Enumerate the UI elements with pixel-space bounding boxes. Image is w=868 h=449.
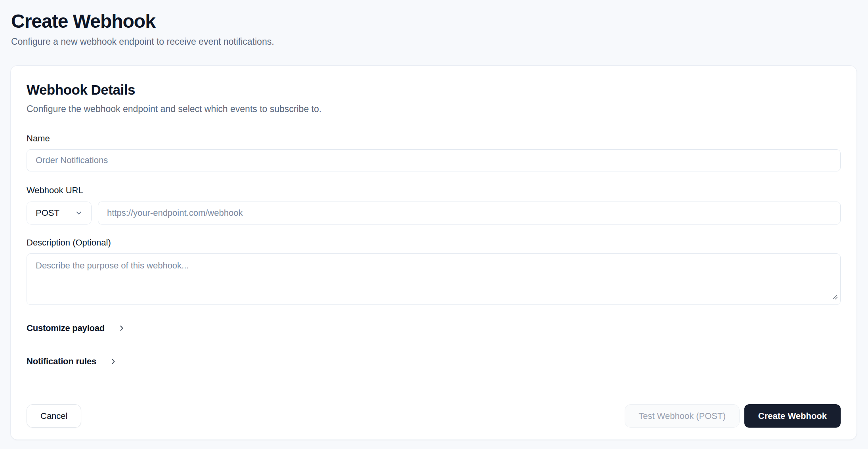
page-header: Create Webhook Configure a new webhook e… (0, 0, 868, 48)
test-webhook-button[interactable]: Test Webhook (POST) (625, 404, 740, 428)
name-input[interactable] (27, 149, 841, 171)
customize-payload-label: Customize payload (27, 323, 105, 333)
chevron-down-icon (75, 209, 83, 217)
chevron-right-icon (109, 357, 118, 366)
card-footer: Cancel Test Webhook (POST) Create Webhoo… (11, 385, 857, 439)
create-webhook-button[interactable]: Create Webhook (744, 404, 841, 428)
create-webhook-page: Create Webhook Configure a new webhook e… (0, 0, 868, 440)
card-body: Webhook Details Configure the webhook en… (11, 66, 857, 367)
description-textarea[interactable] (27, 253, 841, 305)
description-field-group: Description (Optional) (27, 238, 841, 305)
customize-payload-toggle[interactable]: Customize payload (27, 323, 126, 333)
webhook-url-row: POST (27, 202, 841, 224)
cancel-button[interactable]: Cancel (27, 404, 81, 428)
http-method-select[interactable]: POST (27, 202, 92, 224)
http-method-value: POST (36, 208, 59, 218)
description-label: Description (Optional) (27, 238, 841, 248)
card-title: Webhook Details (27, 82, 841, 98)
webhook-url-input[interactable] (98, 202, 841, 224)
card-subtitle: Configure the webhook endpoint and selec… (27, 103, 841, 115)
notification-rules-label: Notification rules (27, 356, 96, 367)
notification-rules-toggle[interactable]: Notification rules (27, 356, 118, 367)
webhook-details-card: Webhook Details Configure the webhook en… (10, 65, 857, 440)
webhook-url-label: Webhook URL (27, 185, 841, 196)
webhook-url-field-group: Webhook URL POST (27, 185, 841, 224)
footer-actions: Test Webhook (POST) Create Webhook (625, 404, 841, 428)
page-subtitle: Configure a new webhook endpoint to rece… (11, 35, 857, 48)
name-label: Name (27, 133, 841, 144)
chevron-right-icon (117, 324, 126, 333)
page-title: Create Webhook (11, 10, 857, 32)
name-field-group: Name (27, 133, 841, 171)
